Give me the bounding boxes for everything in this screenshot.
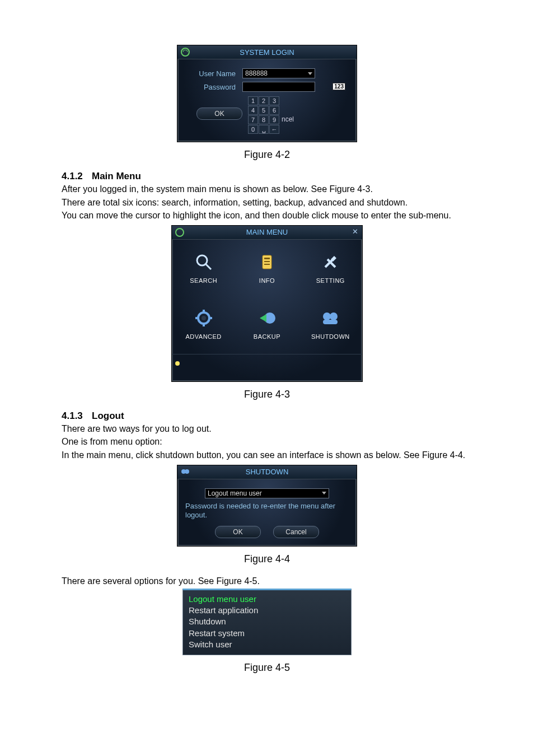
mainmenu-grid: SEARCH INFO SETTING ADVANCED BACKUP SHUT…	[172, 240, 362, 352]
shutdown-hint: Password is needed to re-enter the menu …	[185, 502, 349, 521]
numeric-keypad[interactable]: 1 2 3 4 5 6 7 8 9 0 ␣ ←	[248, 96, 279, 134]
shutdown-titlebar: SHUTDOWN	[177, 465, 357, 479]
svg-point-16	[330, 312, 338, 320]
backup-icon	[256, 307, 278, 329]
figure-4-4-caption: Figure 4-4	[62, 553, 472, 565]
para-412-2: There are total six icons: search, infor…	[62, 197, 472, 209]
keypad-8[interactable]: 8	[259, 115, 269, 124]
password-label: Password	[185, 83, 236, 91]
shutdown-icon	[320, 307, 341, 329]
option-shutdown[interactable]: Shutdown	[189, 616, 345, 627]
keypad-7[interactable]: 7	[248, 115, 258, 124]
para-413-2: One is from menu option:	[62, 436, 472, 448]
shutdown-select[interactable]: Logout menu user	[205, 488, 329, 498]
info-icon	[256, 251, 278, 273]
para-412-1: After you logged in, the system main men…	[62, 183, 472, 195]
svg-rect-7	[264, 264, 270, 265]
gear-icon	[193, 307, 214, 329]
option-switch-user[interactable]: Switch user	[189, 639, 345, 650]
para-413-1: There are two ways for you to log out.	[62, 423, 472, 435]
app-icon	[180, 46, 191, 58]
svg-rect-5	[264, 258, 270, 259]
keypad-3[interactable]: 3	[269, 96, 279, 105]
shutdown-cancel-button[interactable]: Cancel	[273, 526, 319, 538]
menu-backup[interactable]: BACKUP	[235, 296, 298, 352]
svg-rect-17	[323, 320, 338, 324]
ok-button[interactable]: OK	[196, 108, 242, 120]
keypad-9[interactable]: 9	[269, 115, 279, 124]
keypad-6[interactable]: 6	[269, 106, 279, 115]
option-restart-app[interactable]: Restart application	[189, 605, 345, 616]
close-icon[interactable]: ✕	[350, 227, 360, 237]
figure-4-5-caption: Figure 4-5	[62, 662, 472, 674]
keypad-5[interactable]: 5	[259, 106, 269, 115]
cancel-fragment: ncel	[282, 115, 294, 123]
password-input[interactable]	[242, 82, 315, 92]
shutdown-title: SHUTDOWN	[246, 468, 289, 476]
svg-line-3	[206, 264, 211, 269]
figure-4-3-caption: Figure 4-3	[62, 389, 472, 400]
search-icon	[193, 251, 214, 273]
svg-point-15	[323, 312, 331, 320]
mainmenu-statusbar	[172, 354, 362, 381]
app-icon	[174, 227, 185, 238]
menu-advanced[interactable]: ADVANCED	[172, 296, 235, 352]
main-menu-window: MAIN MENU ✕ SEARCH INFO SETTING ADVANCED	[171, 225, 363, 382]
username-value: 888888	[245, 69, 268, 77]
shutdown-select-value: Logout menu user	[208, 489, 262, 497]
username-select[interactable]: 888888	[242, 68, 315, 78]
heading-4-1-2: 4.1.2Main Menu	[62, 171, 472, 182]
svg-point-2	[197, 255, 207, 265]
menu-info[interactable]: INFO	[235, 240, 298, 296]
login-titlebar: SYSTEM LOGIN	[177, 45, 357, 59]
shutdown-ok-button[interactable]: OK	[215, 526, 261, 538]
menu-search[interactable]: SEARCH	[172, 240, 235, 296]
username-label: User Name	[185, 69, 236, 78]
system-login-window: SYSTEM LOGIN User Name 888888 Password 1…	[177, 45, 357, 142]
para-412-3: You can move the cursor to highlight the…	[62, 209, 472, 222]
login-title: SYSTEM LOGIN	[240, 48, 294, 57]
svg-point-19	[185, 469, 189, 474]
keypad-back[interactable]: ←	[269, 125, 279, 134]
option-restart-system[interactable]: Restart system	[189, 628, 345, 639]
svg-point-1	[176, 228, 184, 236]
keypad-4[interactable]: 4	[248, 106, 258, 115]
ime-badge[interactable]: 123	[332, 83, 345, 90]
setting-icon	[320, 251, 341, 273]
chevron-down-icon	[308, 72, 312, 75]
shutdown-window: SHUTDOWN Logout menu user Password is ne…	[177, 465, 357, 547]
shutdown-titlebar-icon	[180, 466, 191, 478]
svg-rect-6	[264, 261, 270, 262]
para-413-3: In the main menu, click shutdown button,…	[62, 449, 472, 461]
para-after-44: There are several options for you. See F…	[62, 575, 472, 587]
shutdown-options-list[interactable]: Logout menu user Restart application Shu…	[182, 589, 352, 655]
keypad-2[interactable]: 2	[259, 96, 269, 105]
heading-4-1-3: 4.1.3Logout	[62, 410, 472, 422]
menu-shutdown[interactable]: SHUTDOWN	[299, 296, 362, 352]
svg-point-9	[202, 316, 206, 320]
status-dot-icon	[175, 361, 180, 366]
chevron-down-icon	[322, 492, 326, 494]
option-logout[interactable]: Logout menu user	[189, 594, 345, 605]
svg-point-0	[181, 48, 189, 56]
mainmenu-titlebar: MAIN MENU ✕	[172, 226, 362, 240]
menu-setting[interactable]: SETTING	[299, 240, 362, 296]
keypad-0[interactable]: 0	[248, 125, 258, 134]
mainmenu-title: MAIN MENU	[246, 228, 288, 236]
figure-4-2-caption: Figure 4-2	[62, 149, 472, 161]
keypad-1[interactable]: 1	[248, 96, 258, 105]
keypad-space[interactable]: ␣	[259, 125, 269, 134]
